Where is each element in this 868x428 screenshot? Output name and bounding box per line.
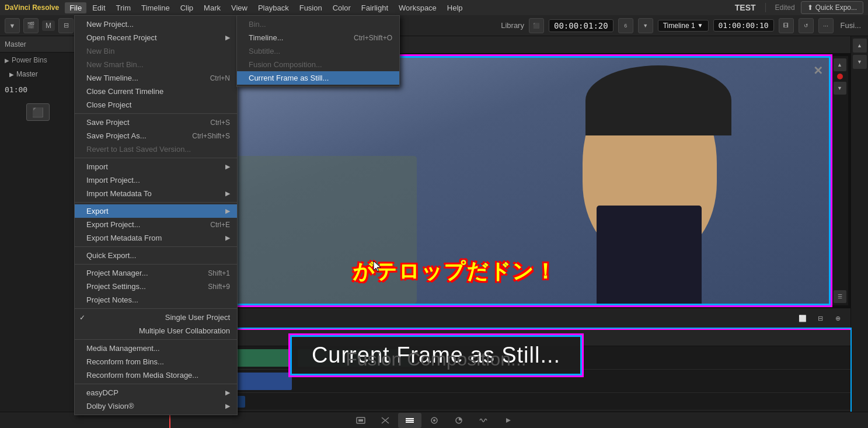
file-save-project[interactable]: Save Project Ctrl+S xyxy=(75,116,237,129)
menu-edit[interactable]: Edit xyxy=(88,2,110,13)
workspace-media[interactable] xyxy=(349,413,372,428)
upload-icon: ⬆ xyxy=(807,4,813,12)
power-bins[interactable]: ▶ Power Bins xyxy=(0,53,75,68)
menu-trim[interactable]: Trim xyxy=(111,2,136,13)
file-import-metadata[interactable]: Import Metadata To ▶ xyxy=(75,187,237,200)
workspace-edit[interactable] xyxy=(398,413,421,428)
file-menu-section-2: Save Project Ctrl+S Save Project As... C… xyxy=(75,114,237,158)
right-ctrl-2[interactable]: ▼ xyxy=(834,82,846,95)
library-label: Library xyxy=(501,21,524,30)
timecode-display[interactable]: 00:00:01:20 xyxy=(549,19,613,32)
file-new-bin: New Bin xyxy=(75,44,237,58)
right-ctrl-3[interactable]: ☰ xyxy=(834,290,846,303)
svg-rect-1 xyxy=(358,419,363,422)
file-export[interactable]: Export ▶ xyxy=(75,204,237,218)
timeline-name-display[interactable]: Timeline 1 ▼ xyxy=(658,20,709,32)
file-dolby-vision[interactable]: Dolby Vision® ▶ xyxy=(75,399,237,413)
workspace-color[interactable] xyxy=(447,413,470,428)
dropdown-btn[interactable]: ▼ xyxy=(5,18,20,33)
render-btn[interactable]: 🎞 xyxy=(779,18,794,33)
right-panel-btn-2[interactable]: ▼ xyxy=(853,55,867,69)
zoom-fit-btn[interactable]: ⊕ xyxy=(831,312,845,326)
zoom-btn[interactable]: ▼ xyxy=(638,18,653,33)
fps-btn[interactable]: 6 xyxy=(618,18,633,33)
export-bin: Bin... xyxy=(237,18,399,31)
svg-point-6 xyxy=(433,419,435,422)
workspace-fusion[interactable] xyxy=(423,413,446,428)
view-btn1[interactable]: ⊟ xyxy=(58,18,74,33)
arrow-icon: ▶ xyxy=(225,34,230,41)
master-tree-item[interactable]: ▶ Master xyxy=(0,68,75,81)
viewer-mode-btn[interactable]: ⬛ xyxy=(529,18,544,33)
export-current-frame[interactable]: Current Frame as Still... xyxy=(237,71,399,85)
file-reconform-bins[interactable]: Reconform from Bins... xyxy=(75,355,237,368)
file-export-metadata[interactable]: Export Metadata From ▶ xyxy=(75,231,237,245)
arrow-icon-6: ▶ xyxy=(225,389,230,396)
workspace-cut[interactable] xyxy=(374,413,397,428)
menu-view[interactable]: View xyxy=(226,2,252,13)
menu-fairlight[interactable]: Fairlight xyxy=(357,2,393,13)
svg-marker-8 xyxy=(506,418,511,423)
sync-btn[interactable]: ↺ xyxy=(799,18,814,33)
export-subtitle: Subtitle... xyxy=(237,44,399,58)
file-import[interactable]: Import ▶ xyxy=(75,160,237,173)
menu-fusion[interactable]: Fusion xyxy=(295,2,327,13)
file-revert: Revert to Last Saved Version... xyxy=(75,142,237,156)
file-multi-user[interactable]: Multiple User Collaboration xyxy=(75,324,237,337)
right-panel-btn-1[interactable]: ▲ xyxy=(853,39,867,53)
file-new-timeline[interactable]: New Timeline... Ctrl+N xyxy=(75,71,237,85)
file-close-timeline[interactable]: Close Current Timeline xyxy=(75,85,237,98)
menu-clip[interactable]: Clip xyxy=(176,2,198,13)
timeline-dropdown-icon: ▼ xyxy=(698,22,703,29)
fullscreen-btn[interactable]: ⬜ xyxy=(796,312,810,326)
file-quick-export[interactable]: Quick Export... xyxy=(75,249,237,262)
file-menu-section-8: Media Management... Reconform from Bins.… xyxy=(75,340,237,384)
menu-timeline[interactable]: Timeline xyxy=(137,2,175,13)
file-project-settings[interactable]: Project Settings... Shift+9 xyxy=(75,280,237,293)
file-import-project[interactable]: Import Project... xyxy=(75,173,237,187)
file-easy-dcp[interactable]: easyDCP ▶ xyxy=(75,386,237,399)
menu-help[interactable]: Help xyxy=(442,2,468,13)
arrow-icon-4: ▶ xyxy=(225,207,230,215)
master-label: M xyxy=(42,20,55,31)
file-save-project-as[interactable]: Save Project As... Ctrl+Shift+S xyxy=(75,129,237,142)
current-frame-preview: Fusion Composition... Current Frame as S… xyxy=(290,335,582,375)
file-media-management[interactable]: Media Management... xyxy=(75,342,237,355)
file-menu-section-4: Export ▶ Export Project... Ctrl+E Export… xyxy=(75,203,237,247)
export-timeline[interactable]: Timeline... Ctrl+Shift+O xyxy=(237,31,399,44)
arrow-icon-3: ▶ xyxy=(225,190,230,197)
file-project-manager[interactable]: Project Manager... Shift+1 xyxy=(75,266,237,280)
file-close-project[interactable]: Close Project xyxy=(75,98,237,112)
monitor-icon-area: ⬛ xyxy=(0,99,75,126)
file-menu-section-3: Import ▶ Import Project... Import Metada… xyxy=(75,158,237,203)
file-single-user[interactable]: ✓ Single User Project xyxy=(75,311,237,324)
file-export-project[interactable]: Export Project... Ctrl+E xyxy=(75,218,237,231)
file-reconform-media[interactable]: Reconform from Media Storage... xyxy=(75,368,237,382)
file-open-recent[interactable]: Open Recent Project ▶ xyxy=(75,31,237,44)
file-new-project[interactable]: New Project... xyxy=(75,18,237,31)
export-submenu: Bin... Timeline... Ctrl+Shift+O Subtitle… xyxy=(236,15,400,87)
file-menu-section-5: Quick Export... xyxy=(75,247,237,265)
media-btn[interactable]: 🎬 xyxy=(23,18,39,33)
svg-rect-2 xyxy=(406,418,414,419)
check-icon: ✓ xyxy=(79,314,86,322)
menu-workspace[interactable]: Workspace xyxy=(394,2,441,13)
menu-color[interactable]: Color xyxy=(328,2,355,13)
chevron-right-icon-2: ▶ xyxy=(9,71,14,78)
file-menu-section-7: ✓ Single User Project Multiple User Coll… xyxy=(75,309,237,340)
menu-mark[interactable]: Mark xyxy=(199,2,225,13)
file-project-notes[interactable]: Project Notes... xyxy=(75,293,237,307)
menu-playback[interactable]: Playback xyxy=(253,2,294,13)
workspace-fairlight[interactable] xyxy=(472,413,495,428)
more-btn[interactable]: ··· xyxy=(818,18,834,33)
fusi-label: Fusi... xyxy=(838,21,863,30)
right-ctrl-1[interactable]: ▲ xyxy=(834,58,846,71)
master-title: Master xyxy=(5,40,26,48)
workspace-deliver[interactable] xyxy=(496,413,520,428)
export-fusion-comp: Fusion Composition... xyxy=(237,58,399,71)
quick-export-button[interactable]: ⬆ Quick Expo... xyxy=(801,1,863,14)
menu-file[interactable]: File xyxy=(65,2,86,13)
timeline-timecode-display[interactable]: 01:00:00:10 xyxy=(713,19,774,32)
cinema-btn[interactable]: ⊟ xyxy=(813,312,827,326)
file-menu-section-1: New Project... Open Recent Project ▶ New… xyxy=(75,16,237,114)
